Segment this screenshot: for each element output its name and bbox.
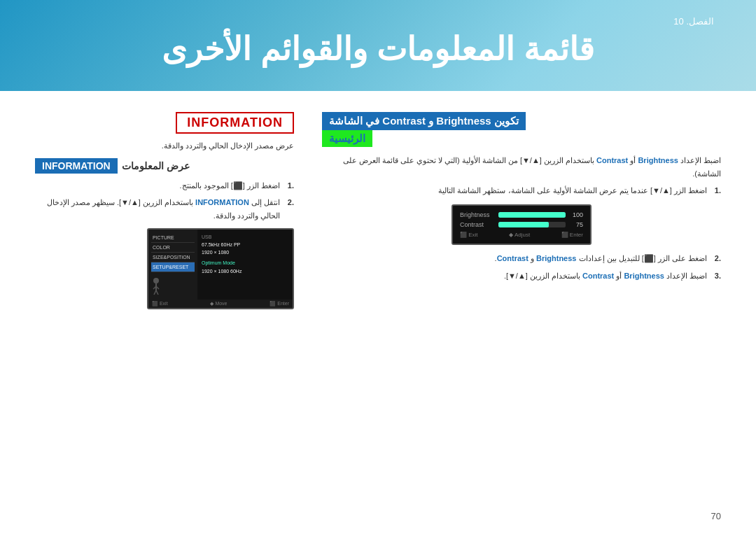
- brightness-row: Brightness 100: [460, 211, 583, 218]
- chapter-label: الفصل. 10: [673, 16, 756, 27]
- info-footer-exit: ⬛ Exit: [152, 301, 168, 307]
- right-step2-num: 2.: [283, 196, 294, 222]
- contrast-row: Contrast 75: [460, 221, 583, 228]
- svg-line-4: [154, 290, 156, 295]
- svg-point-0: [153, 278, 159, 283]
- right-step1-text: اضغط الزر [⬛] الموجود بالمنتج.: [180, 179, 280, 192]
- info-monitor-footer: ⬛ Exit ◆ Move ⬛ Enter: [148, 300, 293, 308]
- footer-enter: ⬛ Enter: [561, 232, 583, 238]
- main-content: تكوين Brightness و Contrast في الشاشة ال…: [0, 91, 756, 513]
- right-step1-item: 1. اضغط الزر [⬛] الموجود بالمنتج.: [35, 179, 294, 192]
- info-line-opt-res: 1920 × 1080 60Hz: [202, 267, 288, 275]
- step3-text: اضبط الإعداد Brightness أو Contrast باست…: [504, 269, 707, 283]
- info-section-title-english: INFORMATION: [35, 158, 118, 174]
- info-line-res: 1920 × 1080: [202, 248, 288, 256]
- bc-title-line1: تكوين Brightness و Contrast في الشاشة: [322, 112, 526, 130]
- step3-num: 3.: [710, 269, 721, 283]
- info-line-optimum: Optimum Mode: [202, 259, 288, 267]
- step2-text: اضغط على الزر [⬛] للتبديل بين إعدادات Br…: [495, 252, 707, 265]
- right-column: INFORMATION عرض مصدر الإدخال الحالي والت…: [35, 112, 294, 492]
- brightness-label: Brightness: [460, 211, 498, 218]
- info-monitor-menu: PICTURE COLOR SIZE&POSITION SETUP&RESET: [148, 230, 197, 300]
- step1-text: اضغط الزر [▲/▼] عندما يتم عرض الشاشة الأ…: [438, 184, 707, 197]
- menu-color: COLOR: [151, 243, 195, 253]
- step2-item: 2. اضغط على الزر [⬛] للتبديل بين إعدادات…: [322, 252, 721, 265]
- information-badge-container: INFORMATION: [35, 112, 294, 134]
- menu-size-position: SIZE&POSITION: [151, 253, 195, 262]
- monitor-footer: ⬛ Exit ◆ Adjust ⬛ Enter: [460, 232, 583, 238]
- step2-num: 2.: [710, 252, 721, 265]
- information-badge: INFORMATION: [176, 112, 294, 134]
- bc-title-line2: الرئيسية: [322, 130, 372, 147]
- information-badge-text: INFORMATION: [187, 115, 283, 129]
- info-section-heading: عرض المعلومات INFORMATION: [35, 158, 294, 174]
- monitor-icon-row: [151, 275, 195, 296]
- info-line-freq: 67.5kHz 60Hz PP: [202, 241, 288, 248]
- page-title: قائمة المعلومات والقوائم الأخرى: [162, 30, 594, 68]
- info-monitor-mockup: PICTURE COLOR SIZE&POSITION SETUP&RESET: [147, 228, 294, 309]
- brightness-value: 100: [566, 211, 583, 218]
- brightness-bar-fill: [498, 212, 566, 218]
- info-description: عرض مصدر الإدخال الحالي والتردد والدقة.: [35, 139, 294, 153]
- step1-num: 1.: [710, 184, 721, 197]
- right-step1-num: 1.: [283, 179, 294, 192]
- info-footer-enter: ⬛ Enter: [270, 301, 289, 307]
- brightness-bar-bg: [498, 212, 566, 218]
- step1-item: 1. اضغط الزر [▲/▼] عندما يتم عرض الشاشة …: [322, 184, 721, 197]
- contrast-bar-fill: [498, 222, 549, 227]
- footer-adjust: ◆ Adjust: [509, 232, 530, 238]
- info-monitor-content: USB 67.5kHz 60Hz PP 1920 × 1080 Optimum …: [197, 230, 293, 300]
- bc-heading: تكوين Brightness و Contrast في الشاشة ال…: [322, 112, 721, 147]
- info-line-source: USB: [202, 233, 288, 241]
- right-step2-text: انتقل إلى INFORMATION باستخدام الزرين [▲…: [35, 196, 280, 222]
- left-column: تكوين Brightness و Contrast في الشاشة ال…: [322, 112, 721, 492]
- left-intro-text: اضبط الإعداد Brightness أو Contrast باست…: [322, 154, 721, 180]
- contrast-value: 75: [566, 221, 583, 228]
- menu-picture: PICTURE: [151, 233, 195, 243]
- contrast-bar-bg: [498, 222, 566, 227]
- monitor-icon-svg: [151, 275, 161, 296]
- contrast-label: Contrast: [460, 221, 498, 228]
- info-section-title-arabic: عرض المعلومات: [122, 160, 190, 171]
- page-header: الفصل. 10 قائمة المعلومات والقوائم الأخر…: [0, 0, 756, 91]
- right-step2-item: 2. انتقل إلى INFORMATION باستخدام الزرين…: [35, 196, 294, 222]
- page-number: 70: [711, 511, 721, 521]
- footer-exit: ⬛ Exit: [460, 232, 478, 238]
- svg-line-5: [156, 290, 158, 295]
- menu-setup-reset: SETUP&RESET: [151, 262, 195, 272]
- brightness-monitor-mockup: Brightness 100 Contrast 75 ⬛ Exit ◆ Adju…: [451, 204, 592, 245]
- info-footer-move: ◆ Move: [210, 301, 227, 307]
- info-monitor-sidebar: PICTURE COLOR SIZE&POSITION SETUP&RESET: [148, 230, 293, 300]
- step3-item: 3. اضبط الإعداد Brightness أو Contrast ب…: [322, 269, 721, 283]
